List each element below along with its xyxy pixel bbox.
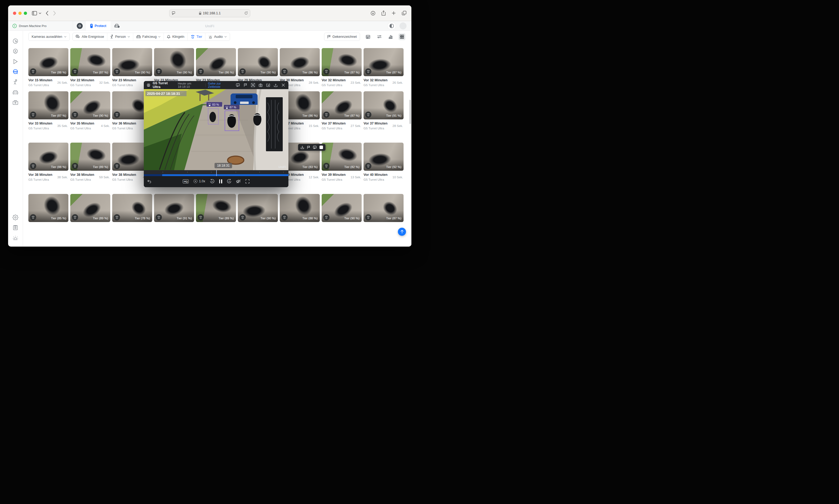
forward-10-icon[interactable]: 10 <box>227 179 232 184</box>
filter-all-events[interactable]: Alle Ereignisse <box>73 33 107 40</box>
flag-icon[interactable] <box>243 83 248 88</box>
sidebar-item-dashboard[interactable] <box>12 38 19 44</box>
event-thumbnail[interactable]: Tier (90 %) <box>238 194 278 222</box>
event-card[interactable]: Tier (90 %) <box>238 194 278 237</box>
controller-selector[interactable]: Dream Machine Pro <box>8 21 73 31</box>
event-card[interactable]: Tier (78 %) <box>112 194 152 237</box>
event-card[interactable]: Tier (87 %) Vor 22 Minuten G5 Turret Ult… <box>70 48 110 91</box>
scrollbar-thumb[interactable] <box>409 100 411 124</box>
chart-view-icon[interactable] <box>387 33 394 40</box>
minimize-window-button[interactable] <box>18 12 22 15</box>
event-card[interactable]: Tier (87 %) Vor 32 Minuten G5 Turret Ult… <box>364 48 404 91</box>
sidebar-item-packages[interactable] <box>12 100 19 106</box>
sidebar-item-detections[interactable] <box>12 69 19 75</box>
event-thumbnail[interactable]: Tier (87 %) <box>364 48 404 76</box>
video-viewport[interactable]: 83 % 87 % 2025-04-27 18:18:31 18:18:31 U… <box>144 89 289 170</box>
rewind-10-icon[interactable]: 10 <box>210 179 215 184</box>
sidebar-toggle-icon[interactable] <box>32 11 37 15</box>
event-thumbnail[interactable]: Tier (90 %) <box>322 194 362 222</box>
forward-button[interactable] <box>53 11 56 16</box>
event-thumbnail[interactable]: Tier (87 %) <box>70 48 110 76</box>
flag-icon[interactable] <box>307 146 310 149</box>
event-card[interactable]: Tier (88 %) Vor 38 Minuten G5 Turret Ult… <box>29 143 68 186</box>
scroll-to-top-button[interactable] <box>398 228 406 236</box>
devices-icon[interactable] <box>110 21 124 31</box>
event-thumbnail[interactable]: Tier (88 %) <box>29 143 68 171</box>
filter-vehicle[interactable]: Fahrzeug <box>133 33 164 40</box>
jump-back-icon[interactable] <box>147 180 151 183</box>
unifi-os-icon[interactable] <box>77 23 83 29</box>
event-card[interactable]: Tier (90 %) <box>322 194 362 237</box>
page-settings-icon[interactable] <box>172 11 175 15</box>
event-thumbnail[interactable]: Tier (91 %) <box>154 194 194 222</box>
address-bar[interactable]: 192.168.1.1 <box>169 9 250 17</box>
mute-icon[interactable] <box>236 179 241 183</box>
event-card[interactable]: Tier (88 %) <box>280 194 320 237</box>
detection-zoom-icon[interactable] <box>250 83 256 88</box>
event-card[interactable]: Tier (88 %) Vor 15 Minuten G5 Turret Ult… <box>29 48 68 91</box>
sidebar-item-playback[interactable] <box>12 58 19 65</box>
event-card[interactable]: Tier (82 %) Vor 39 Minuten G5 Turret Ult… <box>322 143 362 186</box>
comment-icon[interactable] <box>313 146 316 149</box>
theme-toggle[interactable] <box>388 22 396 30</box>
event-card[interactable]: Tier (85 %) <box>29 194 68 237</box>
close-icon[interactable] <box>281 83 286 88</box>
comment-icon[interactable] <box>235 83 240 88</box>
close-window-button[interactable] <box>13 12 16 15</box>
event-card[interactable]: Tier (89 %) Vor 38 Minuten G5 Turret Ult… <box>70 143 110 186</box>
event-card[interactable]: Tier (90 %) Vor 35 Minuten G5 Turret Ult… <box>70 91 110 134</box>
sidebar-item-cameras[interactable] <box>12 48 19 55</box>
downloads-icon[interactable] <box>371 11 375 16</box>
sidebar-item-settings[interactable] <box>12 214 19 221</box>
filter-audio[interactable]: Audio <box>205 33 230 40</box>
timeline-ticks[interactable] <box>144 170 289 174</box>
event-card[interactable]: Tier (89 %) <box>70 194 110 237</box>
zoom-window-button[interactable] <box>24 12 27 15</box>
sidebar-item-person-detections[interactable] <box>12 79 19 85</box>
event-thumbnail[interactable]: Tier (85 %) <box>29 194 68 222</box>
event-card[interactable]: Tier (89 %) <box>196 194 236 237</box>
select-checkbox[interactable] <box>319 146 323 149</box>
event-card[interactable]: Tier (87 %) <box>364 194 404 237</box>
event-thumbnail[interactable]: Tier (87 %) <box>29 91 68 120</box>
filter-settings-icon[interactable] <box>376 33 383 40</box>
event-thumbnail[interactable]: Tier (89 %) <box>70 143 110 171</box>
event-card[interactable]: Tier (87 %) Vor 37 Minuten G5 Turret Ult… <box>322 91 362 134</box>
calendar-view-icon[interactable] <box>364 33 371 40</box>
quality-toggle[interactable]: HQ <box>183 179 189 183</box>
grid-view-icon[interactable] <box>398 33 405 40</box>
event-card[interactable]: Tier (92 %) Vor 40 Minuten G5 Turret Ult… <box>364 143 404 186</box>
reload-icon[interactable] <box>244 11 248 15</box>
share-icon[interactable] <box>381 11 386 16</box>
event-thumbnail[interactable]: Tier (90 %) <box>70 91 110 120</box>
event-thumbnail[interactable]: Tier (88 %) <box>29 48 68 76</box>
event-thumbnail[interactable]: Tier (87 %) <box>322 91 362 120</box>
playback-speed-control[interactable]: 1.0x <box>193 179 205 183</box>
event-card[interactable]: Tier (87 %) Vor 33 Minuten G5 Turret Ult… <box>29 91 68 134</box>
snapshot-icon[interactable] <box>258 83 263 88</box>
download-icon[interactable] <box>301 146 304 149</box>
event-card[interactable]: Tier (91 %) Vor 37 Minuten G5 Turret Ult… <box>364 91 404 134</box>
event-card[interactable]: Tier (87 %) Vor 32 Minuten G5 Turret Ult… <box>322 48 362 91</box>
filter-ring[interactable]: Klingeln <box>163 33 187 40</box>
sidebar-item-alarm-manager[interactable] <box>12 235 19 241</box>
tab-protect[interactable]: Protect <box>86 21 110 31</box>
playhead[interactable] <box>216 170 217 176</box>
event-thumbnail[interactable]: Tier (87 %) <box>322 48 362 76</box>
download-archive-icon[interactable] <box>273 83 278 88</box>
event-thumbnail[interactable]: Tier (86 %) <box>280 48 320 76</box>
event-card[interactable]: Tier (91 %) <box>154 194 194 237</box>
camera-select-dropdown[interactable]: Kameras auswählen <box>29 33 70 41</box>
event-thumbnail[interactable]: Tier (87 %) <box>364 194 404 222</box>
event-thumbnail[interactable]: Tier (89 %) <box>70 194 110 222</box>
event-thumbnail[interactable]: Tier (91 %) <box>364 91 404 120</box>
new-tab-icon[interactable] <box>392 11 396 15</box>
filter-person[interactable]: Person <box>107 33 133 40</box>
event-thumbnail[interactable]: Tier (90 %) <box>238 48 278 76</box>
back-button[interactable] <box>46 11 49 16</box>
pause-button[interactable] <box>219 179 222 183</box>
event-thumbnail[interactable]: Tier (90 %) <box>112 48 152 76</box>
export-clip-icon[interactable] <box>266 83 270 88</box>
event-thumbnail[interactable]: Tier (78 %) <box>112 194 152 222</box>
fullscreen-icon[interactable] <box>245 179 249 183</box>
